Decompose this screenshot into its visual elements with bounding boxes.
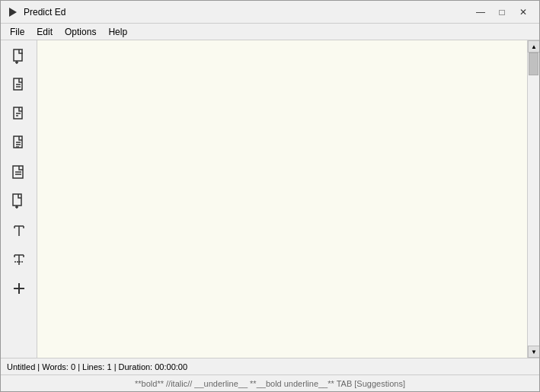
status-text: Untitled | Words: 0 | Lines: 1 | Duratio… xyxy=(7,362,533,371)
add-btn[interactable] xyxy=(5,275,33,302)
window-title: Predict Ed xyxy=(24,7,471,18)
maximize-button[interactable]: □ xyxy=(492,5,512,20)
svg-rect-18 xyxy=(13,194,21,206)
window-controls: — □ ✕ xyxy=(471,5,533,20)
save-document-btn[interactable] xyxy=(5,101,33,129)
app-icon xyxy=(7,6,19,18)
svg-marker-0 xyxy=(9,8,17,17)
menu-options[interactable]: Options xyxy=(59,25,102,39)
menu-bar: File Edit Options Help xyxy=(1,24,539,40)
minimize-button[interactable]: — xyxy=(471,5,490,20)
menu-edit[interactable]: Edit xyxy=(30,25,59,39)
text-btn[interactable] xyxy=(5,217,33,244)
file-4-btn[interactable] xyxy=(5,130,33,158)
hint-bar: **bold** //italic// __underline__ **__bo… xyxy=(1,374,539,391)
scroll-track[interactable] xyxy=(528,53,539,346)
menu-help[interactable]: Help xyxy=(102,25,133,39)
scroll-down-arrow[interactable]: ▼ xyxy=(528,346,539,358)
menu-file[interactable]: File xyxy=(4,25,30,39)
editor-textarea[interactable] xyxy=(37,40,527,358)
new-document-btn[interactable] xyxy=(5,43,33,71)
main-area: ▲ ▼ xyxy=(1,40,539,358)
file-6-btn[interactable] xyxy=(5,188,33,215)
svg-rect-1 xyxy=(14,49,22,61)
scroll-up-arrow[interactable]: ▲ xyxy=(528,40,539,53)
open-document-btn[interactable] xyxy=(5,72,33,100)
file-5-btn[interactable] xyxy=(5,159,33,186)
text-clear-btn[interactable] xyxy=(5,246,33,273)
main-window: Predict Ed — □ ✕ File Edit Options Help xyxy=(0,0,540,392)
hint-text: **bold** //italic// __underline__ **__bo… xyxy=(135,379,405,388)
status-bar: Untitled | Words: 0 | Lines: 1 | Duratio… xyxy=(1,358,539,374)
toolbar-sidebar xyxy=(1,40,37,358)
title-bar: Predict Ed — □ ✕ xyxy=(1,1,539,24)
close-button[interactable]: ✕ xyxy=(513,5,533,20)
editor-area: ▲ ▼ xyxy=(37,40,539,358)
scroll-thumb[interactable] xyxy=(529,53,538,75)
vertical-scrollbar[interactable]: ▲ ▼ xyxy=(527,40,539,358)
